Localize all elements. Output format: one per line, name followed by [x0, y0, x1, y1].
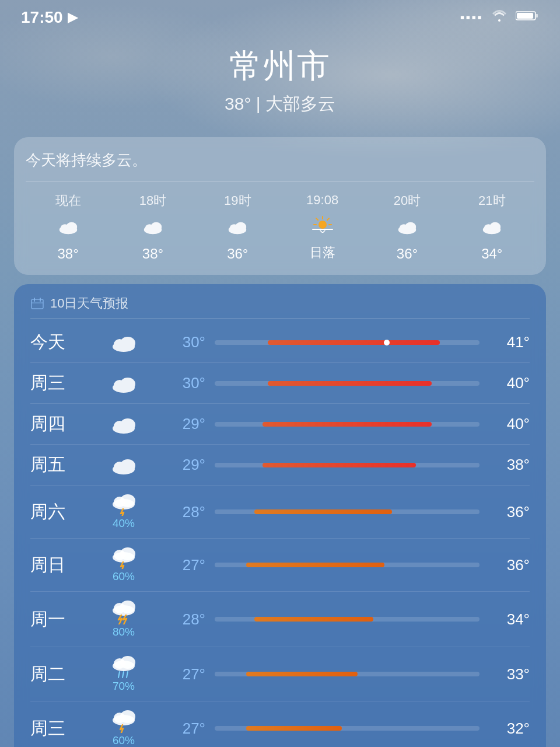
hourly-temp-2: 36° [227, 246, 248, 262]
forecast-low-7: 27° [153, 665, 205, 683]
hourly-temp-1: 38° [142, 246, 163, 262]
forecast-bar-fill-0 [268, 340, 440, 345]
signal-icon: ▪▪▪▪ [460, 10, 483, 25]
forecast-icon-0 [94, 333, 153, 352]
forecast-bar-fill-5 [246, 563, 384, 567]
city-header: 常州市 38° | 大部多云 [0, 27, 560, 128]
forecast-row: 周六 40% 28° 36° [30, 486, 530, 539]
forecast-day-8: 周三 [30, 717, 94, 741]
forecast-low-2: 29° [153, 415, 205, 433]
hourly-time-1: 18时 [139, 192, 166, 210]
forecast-row: 周三 60% 27° 32° [30, 701, 530, 747]
forecast-bar-fill-1 [268, 381, 432, 386]
cloud-icon-2 [226, 215, 249, 240]
hourly-item-18: 18时 38° [110, 192, 195, 262]
hourly-item-19: 19时 36° [195, 192, 280, 262]
forecast-bar-2 [215, 422, 480, 427]
city-name: 常州市 [0, 44, 560, 89]
forecast-bar-3 [215, 463, 480, 467]
svg-point-49 [120, 601, 135, 613]
hourly-time-5: 21时 [478, 192, 505, 210]
svg-point-52 [120, 656, 135, 669]
forecast-day-7: 周二 [30, 662, 94, 686]
current-condition: 大部多云 [265, 94, 335, 113]
forecast-icon-8: 60% [94, 710, 153, 747]
cloud-icon-4 [396, 215, 418, 240]
svg-point-31 [120, 337, 135, 350]
svg-rect-2 [517, 13, 533, 19]
hourly-item-21: 21时 34° [450, 192, 534, 262]
hourly-description: 今天将持续多云。 [26, 150, 534, 170]
svg-point-40 [120, 459, 135, 472]
svg-point-58 [120, 710, 135, 723]
forecast-title: 10日天气预报 [50, 295, 128, 312]
forecast-icon-5: 60% [94, 547, 153, 583]
current-temp: 38° [225, 94, 251, 113]
svg-point-34 [120, 378, 135, 390]
cloud-icon-5 [481, 215, 503, 240]
forecast-day-4: 周六 [30, 500, 94, 524]
forecast-icon-7: 70% [94, 655, 153, 693]
svg-line-54 [123, 672, 124, 678]
svg-line-14 [327, 218, 329, 220]
forecast-bar-fill-4 [254, 509, 392, 514]
svg-point-5 [66, 222, 77, 232]
forecast-icon-4: 40% [94, 494, 153, 530]
forecast-low-4: 28° [153, 503, 205, 521]
sunset-icon [310, 214, 335, 238]
forecast-low-8: 27° [153, 720, 205, 738]
forecast-high-2: 40° [489, 415, 530, 433]
forecast-row: 周二 70% 27° 33° [30, 647, 530, 701]
hourly-divider [26, 181, 534, 181]
status-left: 17:50 ▶ [21, 8, 78, 27]
svg-point-24 [489, 222, 501, 232]
svg-point-12 [318, 221, 327, 229]
forecast-bar-4 [215, 509, 480, 514]
forecast-row: 周四 29° 40° [30, 404, 530, 445]
forecast-header: 10日天气预报 [30, 295, 530, 319]
forecast-bar-7 [215, 672, 480, 676]
forecast-high-8: 32° [489, 720, 530, 738]
hourly-temp-5: 34° [481, 246, 502, 262]
status-bar: 17:50 ▶ ▪▪▪▪ [0, 0, 560, 27]
precip-pct-5: 60% [113, 570, 135, 583]
forecast-day-2: 周四 [30, 412, 94, 436]
svg-point-11 [236, 222, 247, 232]
forecast-row: 周一 80% 28° 34° [30, 592, 530, 647]
svg-line-53 [118, 672, 120, 678]
precip-pct-8: 60% [113, 734, 135, 747]
hourly-time-0: 现在 [55, 192, 81, 210]
forecast-icon-3 [94, 455, 153, 475]
wifi-icon [491, 10, 508, 25]
forecast-high-1: 40° [489, 374, 530, 392]
forecast-high-7: 33° [489, 665, 530, 683]
hourly-item-now: 现在 38° [26, 192, 110, 262]
forecast-icon-1 [94, 374, 153, 393]
cloud-icon-0 [57, 215, 79, 240]
forecast-card: 10日天气预报 今天 30° 41° 周三 30° [14, 284, 546, 747]
svg-line-55 [127, 672, 128, 678]
hourly-card: 今天将持续多云。 现在 38° 18时 [14, 137, 546, 275]
forecast-low-6: 28° [153, 610, 205, 629]
svg-rect-1 [536, 14, 538, 18]
status-time: 17:50 [21, 8, 63, 27]
hourly-temp-0: 38° [58, 246, 79, 262]
svg-point-21 [405, 222, 416, 232]
hourly-temp-sunset: 日落 [310, 244, 335, 261]
forecast-day-5: 周日 [30, 553, 94, 577]
forecast-high-0: 41° [489, 333, 530, 351]
svg-point-43 [120, 494, 135, 507]
forecast-day-0: 今天 [30, 330, 94, 354]
forecast-bar-fill-7 [246, 672, 358, 676]
forecast-high-4: 36° [489, 503, 530, 521]
svg-point-8 [150, 222, 162, 232]
forecast-bar-0 [215, 340, 480, 345]
separator: | [256, 94, 265, 113]
forecast-rows: 今天 30° 41° 周三 30° 40° [30, 322, 530, 747]
forecast-low-0: 30° [153, 333, 205, 351]
forecast-bar-dot [384, 340, 390, 345]
forecast-low-1: 30° [153, 374, 205, 392]
svg-rect-25 [32, 299, 43, 309]
hourly-temp-4: 36° [397, 246, 418, 262]
hourly-time-sunset: 19:08 [306, 193, 338, 208]
